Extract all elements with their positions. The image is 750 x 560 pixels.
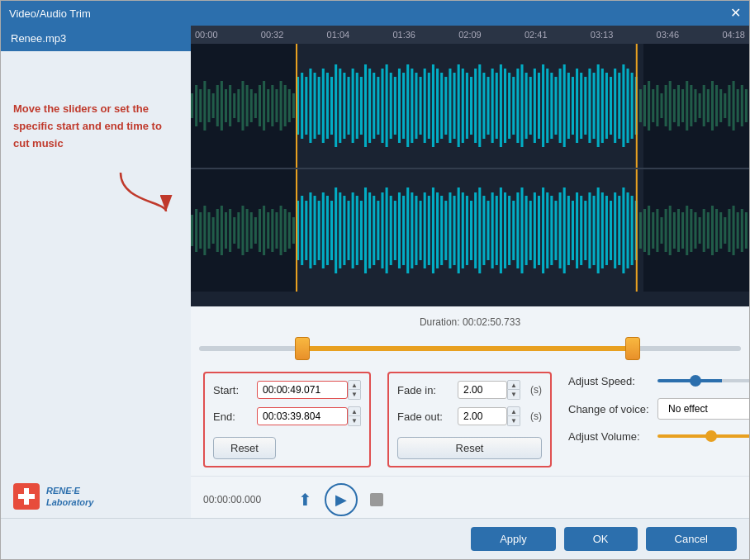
fade-out-increment[interactable]: ▲ [507,406,520,416]
svg-rect-259 [707,212,710,249]
svg-rect-138 [195,209,197,252]
svg-rect-12 [229,85,231,126]
svg-rect-74 [491,69,494,143]
svg-rect-140 [203,206,206,255]
svg-rect-73 [487,77,489,135]
svg-rect-227 [572,201,574,260]
slider-track[interactable] [199,346,741,351]
time-mark-0: 00:00 [195,30,218,40]
ok-button[interactable]: OK [564,527,638,551]
svg-rect-207 [487,201,489,260]
svg-rect-46 [373,73,375,139]
svg-rect-122 [694,89,696,122]
fade-reset-button[interactable]: Reset [397,437,542,459]
timeline-marks: 00:00 00:32 01:04 01:36 02:09 02:41 03:1… [195,30,745,40]
fade-in-increment[interactable]: ▲ [507,380,520,390]
svg-rect-125 [707,89,710,122]
svg-rect-8 [212,93,215,118]
svg-rect-129 [724,93,726,118]
waveform-track-1 [191,44,749,168]
right-trim-handle[interactable] [625,337,640,360]
start-decrement[interactable]: ▼ [348,390,361,400]
trim-reset-button[interactable]: Reset [213,437,276,459]
speed-slider[interactable] [657,379,749,382]
content-area: 00:00 00:32 01:04 01:36 02:09 02:41 03:1… [191,26,749,518]
fade-in-label: Fade in: [397,384,451,396]
svg-rect-158 [280,206,282,255]
volume-slider[interactable] [657,434,749,438]
svg-rect-71 [478,64,481,147]
svg-rect-112 [652,89,654,122]
svg-rect-152 [254,217,257,244]
svg-rect-202 [466,196,468,265]
svg-rect-116 [669,81,672,131]
logo-icon [13,483,40,510]
svg-rect-69 [470,77,472,135]
svg-rect-190 [415,196,417,265]
end-input[interactable] [257,407,348,425]
svg-rect-81 [520,64,523,147]
spacer [213,400,361,406]
svg-rect-91 [563,64,566,147]
svg-rect-84 [534,69,536,143]
svg-rect-230 [584,201,586,260]
end-increment[interactable]: ▲ [348,406,361,416]
svg-rect-267 [741,209,743,252]
svg-rect-263 [724,217,726,244]
svg-rect-110 [643,85,646,126]
apply-button[interactable]: Apply [471,527,556,551]
close-button[interactable]: ✕ [730,7,741,20]
svg-rect-54 [406,64,409,147]
svg-rect-38 [339,69,341,143]
params-area: Start: ▲ ▼ End: [191,363,749,476]
svg-rect-185 [394,201,396,260]
svg-rect-226 [567,196,570,265]
main-area: Renee.mp3 Move the sliders or set the sp… [1,26,749,518]
svg-rect-33 [318,77,320,135]
fade-out-input[interactable] [458,407,507,425]
spacer2 [213,426,361,433]
voice-select[interactable]: No effect Male Female Child [657,398,749,420]
logo-area: RENE·E Laboratory [1,475,191,518]
svg-rect-203 [470,201,472,260]
svg-rect-49 [386,64,388,147]
svg-rect-195 [436,192,439,268]
stop-button[interactable] [370,493,383,506]
fade-in-decrement[interactable]: ▼ [507,390,520,400]
start-spinner: ▲ ▼ [348,380,361,400]
svg-rect-68 [466,73,468,139]
svg-rect-240 [626,192,629,268]
left-trim-handle[interactable] [295,337,310,360]
svg-rect-118 [677,85,680,126]
sidebar: Renee.mp3 Move the sliders or set the sp… [1,26,191,518]
svg-rect-23 [275,89,278,122]
fade-in-input[interactable] [458,381,507,399]
logo-line1: RENE·E [46,485,93,496]
start-increment[interactable]: ▲ [348,380,361,390]
svg-rect-179 [368,192,371,268]
svg-rect-193 [428,196,430,265]
time-mark-5: 02:41 [525,30,548,40]
start-input[interactable] [257,381,348,399]
end-decrement[interactable]: ▼ [348,416,361,426]
svg-rect-143 [216,209,219,252]
svg-rect-139 [199,212,202,249]
fade-out-decrement[interactable]: ▼ [507,416,520,426]
svg-rect-260 [711,206,714,255]
svg-rect-144 [221,206,223,255]
svg-rect-103 [614,69,616,143]
svg-rect-170 [330,201,333,260]
play-button[interactable]: ▶ [325,483,358,516]
svg-rect-163 [301,196,303,265]
svg-rect-98 [593,73,596,139]
svg-rect-254 [686,206,688,255]
svg-rect-14 [237,89,240,122]
svg-rect-113 [656,85,658,126]
svg-rect-11 [225,89,227,122]
svg-rect-198 [449,192,451,268]
export-icon[interactable]: ⬆ [298,490,312,510]
time-mark-6: 03:13 [591,30,614,40]
end-input-group: ▲ ▼ [257,406,361,426]
svg-rect-66 [458,64,460,147]
cancel-button[interactable]: Cancel [646,527,737,551]
